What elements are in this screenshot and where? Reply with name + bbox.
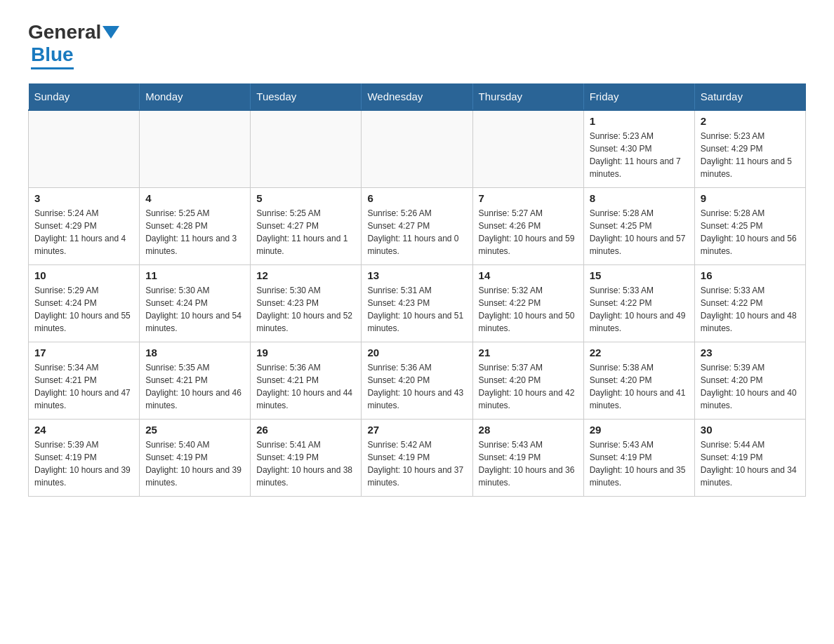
day-info: Sunrise: 5:24 AMSunset: 4:29 PMDaylight:…: [34, 207, 133, 257]
day-number: 9: [701, 192, 800, 204]
day-info: Sunrise: 5:43 AMSunset: 4:19 PMDaylight:…: [479, 438, 578, 489]
calendar-cell: 7Sunrise: 5:27 AMSunset: 4:26 PMDaylight…: [472, 187, 583, 264]
calendar-cell: 2Sunrise: 5:23 AMSunset: 4:29 PMDaylight…: [694, 110, 805, 187]
day-number: 4: [145, 192, 244, 204]
logo-blue-text: Blue: [31, 43, 74, 65]
calendar-week-row: 1Sunrise: 5:23 AMSunset: 4:30 PMDaylight…: [29, 110, 806, 187]
day-info: Sunrise: 5:36 AMSunset: 4:20 PMDaylight:…: [367, 361, 466, 412]
day-number: 29: [590, 424, 689, 436]
day-number: 17: [34, 347, 133, 358]
day-info: Sunrise: 5:29 AMSunset: 4:24 PMDaylight:…: [34, 284, 133, 335]
calendar-cell: 1Sunrise: 5:23 AMSunset: 4:30 PMDaylight…: [583, 110, 694, 187]
calendar-cell: 6Sunrise: 5:26 AMSunset: 4:27 PMDaylight…: [362, 187, 472, 264]
day-of-week-header: Saturday: [694, 83, 805, 110]
calendar-header-row: SundayMondayTuesdayWednesdayThursdayFrid…: [29, 83, 806, 110]
day-info: Sunrise: 5:37 AMSunset: 4:20 PMDaylight:…: [479, 361, 578, 412]
day-info: Sunrise: 5:28 AMSunset: 4:25 PMDaylight:…: [701, 207, 800, 257]
calendar-cell: 27Sunrise: 5:42 AMSunset: 4:19 PMDayligh…: [362, 419, 472, 496]
calendar-week-row: 10Sunrise: 5:29 AMSunset: 4:24 PMDayligh…: [29, 264, 806, 342]
calendar-cell: 18Sunrise: 5:35 AMSunset: 4:21 PMDayligh…: [140, 342, 251, 419]
calendar-cell: 25Sunrise: 5:40 AMSunset: 4:19 PMDayligh…: [140, 419, 251, 496]
calendar-cell: 16Sunrise: 5:33 AMSunset: 4:22 PMDayligh…: [694, 264, 805, 342]
day-info: Sunrise: 5:31 AMSunset: 4:23 PMDaylight:…: [367, 284, 466, 335]
day-number: 18: [145, 347, 244, 358]
calendar-cell: [140, 110, 251, 187]
calendar-cell: [251, 110, 362, 187]
day-number: 25: [145, 424, 244, 436]
calendar-cell: 9Sunrise: 5:28 AMSunset: 4:25 PMDaylight…: [694, 187, 805, 264]
day-number: 15: [590, 269, 689, 281]
day-info: Sunrise: 5:36 AMSunset: 4:21 PMDaylight:…: [256, 361, 355, 412]
day-info: Sunrise: 5:30 AMSunset: 4:23 PMDaylight:…: [256, 284, 355, 335]
day-of-week-header: Friday: [583, 83, 694, 110]
day-info: Sunrise: 5:25 AMSunset: 4:28 PMDaylight:…: [145, 207, 244, 257]
day-number: 19: [256, 347, 355, 358]
day-info: Sunrise: 5:25 AMSunset: 4:27 PMDaylight:…: [256, 207, 355, 257]
day-number: 21: [479, 347, 578, 358]
day-info: Sunrise: 5:39 AMSunset: 4:19 PMDaylight:…: [34, 438, 133, 489]
day-info: Sunrise: 5:28 AMSunset: 4:25 PMDaylight:…: [590, 207, 689, 257]
day-number: 14: [479, 269, 578, 281]
calendar-cell: 14Sunrise: 5:32 AMSunset: 4:22 PMDayligh…: [472, 264, 583, 342]
calendar-cell: 8Sunrise: 5:28 AMSunset: 4:25 PMDaylight…: [583, 187, 694, 264]
day-number: 20: [367, 347, 466, 358]
day-number: 7: [479, 192, 578, 204]
day-number: 8: [590, 192, 689, 204]
day-info: Sunrise: 5:23 AMSunset: 4:30 PMDaylight:…: [590, 130, 689, 180]
calendar-cell: 13Sunrise: 5:31 AMSunset: 4:23 PMDayligh…: [362, 264, 472, 342]
day-of-week-header: Thursday: [472, 83, 583, 110]
day-info: Sunrise: 5:30 AMSunset: 4:24 PMDaylight:…: [145, 284, 244, 335]
day-number: 10: [34, 269, 133, 281]
logo-general-text: General: [28, 21, 101, 43]
calendar-cell: 29Sunrise: 5:43 AMSunset: 4:19 PMDayligh…: [583, 419, 694, 496]
day-info: Sunrise: 5:40 AMSunset: 4:19 PMDaylight:…: [145, 438, 244, 489]
day-info: Sunrise: 5:41 AMSunset: 4:19 PMDaylight:…: [256, 438, 355, 489]
calendar-cell: 5Sunrise: 5:25 AMSunset: 4:27 PMDaylight…: [251, 187, 362, 264]
calendar-cell: 21Sunrise: 5:37 AMSunset: 4:20 PMDayligh…: [472, 342, 583, 419]
day-of-week-header: Tuesday: [251, 83, 362, 110]
day-number: 2: [701, 115, 800, 127]
calendar-table: SundayMondayTuesdayWednesdayThursdayFrid…: [28, 83, 806, 497]
day-info: Sunrise: 5:43 AMSunset: 4:19 PMDaylight:…: [590, 438, 689, 489]
day-of-week-header: Sunday: [29, 83, 140, 110]
day-number: 1: [590, 115, 689, 127]
day-number: 30: [701, 424, 800, 436]
day-number: 16: [701, 269, 800, 281]
calendar-cell: 23Sunrise: 5:39 AMSunset: 4:20 PMDayligh…: [694, 342, 805, 419]
day-info: Sunrise: 5:33 AMSunset: 4:22 PMDaylight:…: [701, 284, 800, 335]
calendar-cell: 28Sunrise: 5:43 AMSunset: 4:19 PMDayligh…: [472, 419, 583, 496]
day-info: Sunrise: 5:32 AMSunset: 4:22 PMDaylight:…: [479, 284, 578, 335]
day-info: Sunrise: 5:39 AMSunset: 4:20 PMDaylight:…: [701, 361, 800, 412]
calendar-cell: 10Sunrise: 5:29 AMSunset: 4:24 PMDayligh…: [29, 264, 140, 342]
calendar-cell: 20Sunrise: 5:36 AMSunset: 4:20 PMDayligh…: [362, 342, 472, 419]
calendar-cell: 19Sunrise: 5:36 AMSunset: 4:21 PMDayligh…: [251, 342, 362, 419]
day-number: 13: [367, 269, 466, 281]
calendar-cell: 4Sunrise: 5:25 AMSunset: 4:28 PMDaylight…: [140, 187, 251, 264]
calendar-body: 1Sunrise: 5:23 AMSunset: 4:30 PMDaylight…: [29, 110, 806, 496]
day-info: Sunrise: 5:23 AMSunset: 4:29 PMDaylight:…: [701, 130, 800, 180]
calendar-week-row: 17Sunrise: 5:34 AMSunset: 4:21 PMDayligh…: [29, 342, 806, 419]
day-number: 26: [256, 424, 355, 436]
day-info: Sunrise: 5:27 AMSunset: 4:26 PMDaylight:…: [479, 207, 578, 257]
calendar-cell: 17Sunrise: 5:34 AMSunset: 4:21 PMDayligh…: [29, 342, 140, 419]
calendar-cell: 15Sunrise: 5:33 AMSunset: 4:22 PMDayligh…: [583, 264, 694, 342]
day-number: 12: [256, 269, 355, 281]
calendar-cell: 24Sunrise: 5:39 AMSunset: 4:19 PMDayligh…: [29, 419, 140, 496]
day-number: 23: [701, 347, 800, 358]
day-number: 3: [34, 192, 133, 204]
day-info: Sunrise: 5:35 AMSunset: 4:21 PMDaylight:…: [145, 361, 244, 412]
day-number: 24: [34, 424, 133, 436]
calendar-cell: 30Sunrise: 5:44 AMSunset: 4:19 PMDayligh…: [694, 419, 805, 496]
calendar-cell: 12Sunrise: 5:30 AMSunset: 4:23 PMDayligh…: [251, 264, 362, 342]
day-info: Sunrise: 5:38 AMSunset: 4:20 PMDaylight:…: [590, 361, 689, 412]
day-of-week-header: Wednesday: [362, 83, 472, 110]
day-number: 27: [367, 424, 466, 436]
calendar-cell: [29, 110, 140, 187]
day-info: Sunrise: 5:42 AMSunset: 4:19 PMDaylight:…: [367, 438, 466, 489]
logo: General Blue: [28, 21, 121, 69]
day-info: Sunrise: 5:44 AMSunset: 4:19 PMDaylight:…: [701, 438, 800, 489]
logo-arrow-icon: [102, 26, 119, 39]
day-number: 5: [256, 192, 355, 204]
calendar-week-row: 3Sunrise: 5:24 AMSunset: 4:29 PMDaylight…: [29, 187, 806, 264]
day-of-week-header: Monday: [140, 83, 251, 110]
